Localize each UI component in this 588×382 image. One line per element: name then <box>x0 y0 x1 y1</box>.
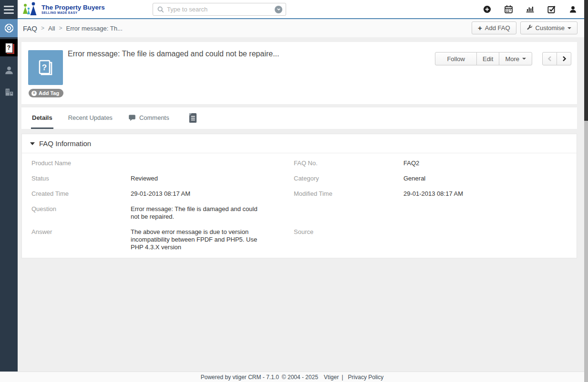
menu-hamburger-icon[interactable] <box>0 0 18 19</box>
header-actions: + Add FAQ Customise <box>472 21 578 34</box>
faq-record-icon: ? <box>28 50 63 85</box>
scrollbar-thumb[interactable] <box>584 0 588 121</box>
people-logo-icon <box>21 1 39 17</box>
brand-title: The Property Buyers <box>41 4 105 11</box>
sidebar-item-contacts[interactable] <box>0 61 18 79</box>
add-tag-button[interactable]: + Add Tag <box>29 89 63 97</box>
field-value: The above error message is due to versio… <box>131 224 294 255</box>
chevron-right-icon <box>562 56 567 62</box>
notebook-icon <box>188 112 198 124</box>
record-action-buttons: Follow Edit More <box>435 52 532 65</box>
plus-icon: + <box>478 24 482 32</box>
field-row: Answer The above error message is due to… <box>22 224 577 255</box>
tab-summary-notes[interactable] <box>188 107 198 129</box>
breadcrumb-module-link[interactable]: FAQ <box>23 24 37 32</box>
topbar-icons <box>482 0 578 18</box>
field-value <box>403 224 577 232</box>
breadcrumb-view-link[interactable]: All <box>48 25 55 32</box>
user-profile-icon[interactable] <box>568 4 578 14</box>
chevron-down-icon <box>522 58 526 60</box>
field-label: Answer <box>22 224 131 240</box>
field-label: Source <box>294 224 403 240</box>
faq-book-icon: ? <box>5 43 13 53</box>
record-navigation <box>542 52 571 65</box>
plus-icon: + <box>31 91 37 96</box>
edit-button[interactable]: Edit <box>476 52 499 65</box>
vertical-scrollbar[interactable] <box>584 0 588 382</box>
privacy-policy-link[interactable]: Privacy Policy <box>348 374 384 381</box>
field-label: Created Time <box>22 186 131 202</box>
app-footer: Powered by vtiger CRM - 7.1.0 © 2004 - 2… <box>0 371 584 382</box>
faq-information-section-header[interactable]: FAQ Information <box>22 134 577 153</box>
footer-vendor: Vtiger <box>324 374 339 381</box>
app-sidebar: ? <box>0 0 18 371</box>
collapse-caret-icon <box>30 142 35 145</box>
field-row: Question Error message: The file is dama… <box>22 202 577 224</box>
svg-text:?: ? <box>41 63 46 72</box>
breadcrumb-row: FAQ > All > Error message: Th... + Add F… <box>18 19 584 37</box>
chevron-left-icon <box>547 56 552 62</box>
life-ring-icon <box>3 22 15 34</box>
field-value: Error message: The file is damaged and c… <box>131 202 294 224</box>
field-row: Status Reviewed Category General <box>22 171 577 186</box>
chevron-down-icon <box>567 27 571 29</box>
breadcrumb-separator: > <box>41 25 44 32</box>
tasks-icon[interactable] <box>547 4 556 14</box>
app-window: ? <box>0 0 588 382</box>
field-label: Category <box>294 171 403 186</box>
next-record-button[interactable] <box>557 52 571 65</box>
quick-create-icon[interactable] <box>482 4 492 14</box>
field-label <box>294 202 403 209</box>
sidebar-item-organizations[interactable] <box>0 83 18 101</box>
global-search <box>153 3 286 16</box>
breadcrumb-separator: > <box>59 25 62 32</box>
tab-comments[interactable]: Comments <box>127 107 170 129</box>
field-row: Created Time 29-01-2013 08:17 AM Modifie… <box>22 186 577 202</box>
field-value: Reviewed <box>131 171 294 186</box>
tab-recent-updates[interactable]: Recent Updates <box>67 107 113 129</box>
field-grid: Product Name FAQ No. FAQ2 Status Reviewe… <box>22 153 577 255</box>
reports-chart-icon[interactable] <box>525 4 535 14</box>
field-value <box>131 156 294 163</box>
search-icon <box>157 6 164 13</box>
footer-copyright: © 2004 - 2025 <box>282 374 318 381</box>
field-label: Question <box>22 202 131 217</box>
tab-details[interactable]: Details <box>31 107 53 129</box>
wrench-icon <box>526 25 533 31</box>
field-label: Modified Time <box>294 186 403 202</box>
more-button[interactable]: More <box>499 52 532 65</box>
details-panel: FAQ Information Product Name FAQ No. FAQ… <box>21 134 577 258</box>
search-input[interactable] <box>164 6 275 13</box>
building-icon <box>4 87 14 97</box>
brand-text: The Property Buyers SELLING MADE EASY <box>41 4 105 14</box>
customise-button[interactable]: Customise <box>520 21 578 34</box>
field-row: Product Name FAQ No. FAQ2 <box>22 156 577 171</box>
brand-tagline: SELLING MADE EASY <box>41 11 105 14</box>
previous-record-button[interactable] <box>542 52 557 65</box>
field-value: FAQ2 <box>403 156 577 171</box>
section-title: FAQ Information <box>39 139 91 148</box>
brand-logo[interactable]: The Property Buyers SELLING MADE EASY <box>21 1 105 17</box>
breadcrumb: FAQ > All > Error message: Th... <box>23 19 123 37</box>
follow-button[interactable]: Follow <box>435 52 477 65</box>
field-value <box>403 202 577 209</box>
field-value: 29-01-2013 08:17 AM <box>403 186 577 202</box>
record-header-card: ? Error message: The file is damaged and… <box>21 42 577 104</box>
person-icon <box>4 65 14 75</box>
field-value: General <box>403 171 577 186</box>
top-navigation-bar: The Property Buyers SELLING MADE EASY <box>18 0 584 19</box>
sidebar-item-faq[interactable]: ? <box>0 39 18 56</box>
breadcrumb-current: Error message: Th... <box>66 25 123 32</box>
field-label: Status <box>22 171 131 186</box>
footer-divider: | <box>341 374 343 381</box>
field-label: Product Name <box>22 156 131 171</box>
footer-powered-by: Powered by vtiger CRM - 7.1.0 <box>201 374 279 381</box>
record-title: Error message: The file is damaged and c… <box>68 50 279 58</box>
search-options-chevron-icon[interactable] <box>275 6 282 13</box>
sidebar-item-home[interactable] <box>0 19 18 37</box>
field-value: 29-01-2013 08:17 AM <box>131 186 294 202</box>
field-label: FAQ No. <box>294 156 403 171</box>
record-tabs: Details Recent Updates Comments <box>21 107 577 129</box>
calendar-icon[interactable] <box>504 4 513 14</box>
add-faq-button[interactable]: + Add FAQ <box>472 21 516 34</box>
